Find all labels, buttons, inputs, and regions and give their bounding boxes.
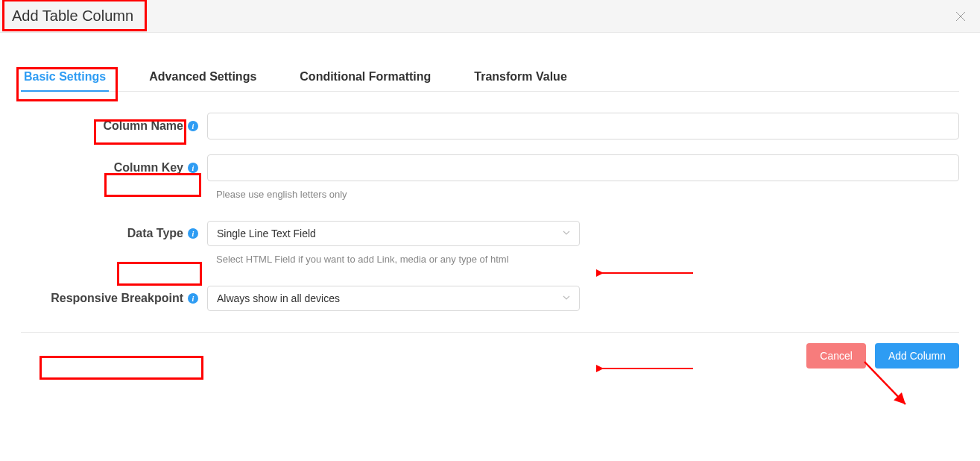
tab-transform-value[interactable]: Transform Value bbox=[471, 63, 570, 91]
tabs: Basic Settings Advanced Settings Conditi… bbox=[21, 63, 959, 91]
label-data-type: Data Type i bbox=[21, 227, 207, 240]
input-wrapper-column-key bbox=[207, 154, 959, 181]
dialog-footer: Cancel Add Column bbox=[21, 332, 959, 379]
label-column-name: Column Name i bbox=[21, 119, 207, 133]
add-column-button[interactable]: Add Column bbox=[875, 343, 959, 369]
tab-advanced-settings[interactable]: Advanced Settings bbox=[146, 63, 259, 91]
form-body: Column Name i Column Key i Please use en… bbox=[21, 113, 959, 311]
responsive-breakpoint-select[interactable]: Always show in all devices bbox=[207, 286, 580, 311]
row-column-name: Column Name i bbox=[21, 113, 959, 139]
input-wrapper-column-name bbox=[207, 113, 959, 139]
label-responsive-breakpoint: Responsive Breakpoint i bbox=[21, 292, 207, 305]
column-name-input[interactable] bbox=[207, 113, 959, 139]
dialog-header: Add Table Column bbox=[0, 0, 980, 33]
label-column-key-text: Column Key bbox=[114, 161, 183, 175]
data-type-select-wrapper: Single Line Text Field bbox=[207, 221, 580, 246]
label-responsive-breakpoint-text: Responsive Breakpoint bbox=[51, 292, 183, 305]
row-responsive-breakpoint: Responsive Breakpoint i Always show in a… bbox=[21, 286, 959, 311]
help-column-key: Please use english letters only bbox=[216, 189, 959, 200]
cancel-button[interactable]: Cancel bbox=[806, 343, 866, 369]
label-column-name-text: Column Name bbox=[103, 119, 183, 133]
dialog-title: Add Table Column bbox=[12, 7, 133, 25]
tabs-container: Basic Settings Advanced Settings Conditi… bbox=[21, 63, 959, 92]
info-icon[interactable]: i bbox=[188, 228, 198, 239]
label-data-type-text: Data Type bbox=[127, 227, 183, 240]
help-data-type: Select HTML Field if you want to add Lin… bbox=[216, 254, 959, 265]
close-button[interactable] bbox=[953, 9, 968, 24]
row-data-type: Data Type i Single Line Text Field bbox=[21, 221, 959, 246]
tab-conditional-formatting[interactable]: Conditional Formatting bbox=[297, 63, 434, 91]
data-type-select[interactable]: Single Line Text Field bbox=[207, 221, 580, 246]
info-icon[interactable]: i bbox=[188, 293, 198, 304]
row-column-key: Column Key i bbox=[21, 154, 959, 181]
info-icon[interactable]: i bbox=[188, 121, 198, 131]
close-icon bbox=[955, 11, 966, 22]
label-column-key: Column Key i bbox=[21, 161, 207, 175]
info-icon[interactable]: i bbox=[188, 163, 198, 173]
tab-basic-settings[interactable]: Basic Settings bbox=[21, 63, 109, 91]
column-key-input[interactable] bbox=[207, 154, 959, 181]
responsive-breakpoint-select-wrapper: Always show in all devices bbox=[207, 286, 580, 311]
